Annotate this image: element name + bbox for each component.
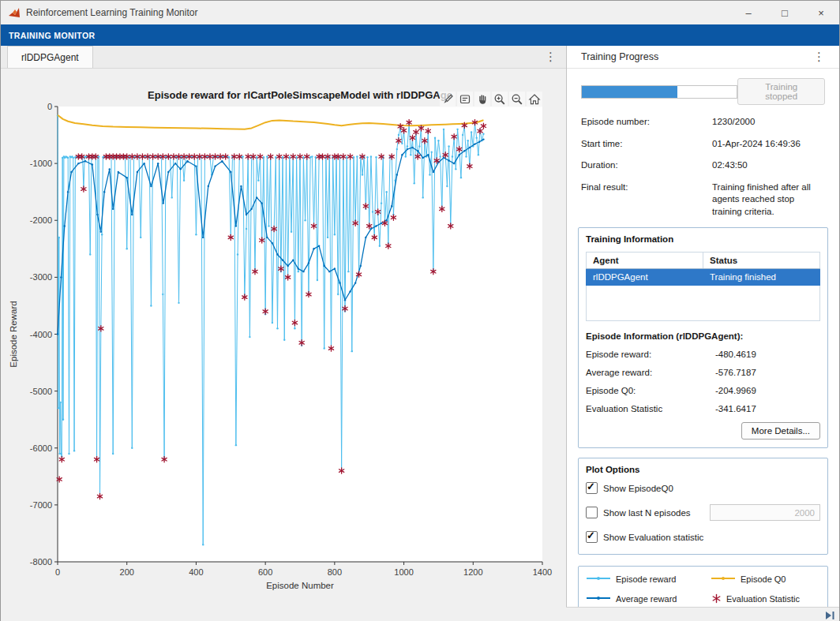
show-evaluation-statistic-checkbox[interactable]	[586, 531, 598, 543]
training-progress-body: Training stopped Episode number: 1230/20…	[567, 69, 839, 607]
final-result-label: Final result:	[581, 181, 712, 219]
average-reward-row: Average reward: -576.7187	[586, 368, 820, 377]
training-progress-fill	[582, 86, 677, 98]
progress-row: Training stopped	[578, 78, 828, 105]
svg-text:-7000: -7000	[30, 500, 52, 510]
chart-panel-menu-button[interactable]: ⋮	[535, 46, 566, 68]
svg-text:-2000: -2000	[30, 215, 52, 225]
training-progress-header: Training Progress ⋮	[567, 46, 839, 69]
final-result-value: Training finished after all agents reach…	[712, 181, 825, 219]
training-information-section: Training Information Agent Status rlDDPG…	[578, 227, 828, 448]
svg-text:Episode Number: Episode Number	[266, 581, 334, 590]
legend-item-evaluation-statistic: Evaluation Statistic (MeanEpisodeReward)	[711, 593, 819, 607]
show-last-n-episodes-checkbox[interactable]	[586, 507, 598, 518]
episode-information-title: Episode Information (rlDDPGAgent):	[586, 331, 820, 341]
evaluation-statistic-row: Evaluation Statistic -341.6417	[586, 404, 820, 413]
evaluation-statistic-value: -341.6417	[715, 404, 756, 413]
svg-text:Episode Reward: Episode Reward	[9, 301, 18, 367]
table-empty-area	[587, 286, 820, 321]
app-window: Reinforcement Learning Training Monitor …	[0, 0, 840, 621]
more-details-row: More Details...	[586, 422, 820, 440]
zoom-out-icon[interactable]	[509, 92, 525, 107]
last-n-episodes-input[interactable]	[710, 504, 820, 521]
window-title: Reinforcement Learning Training Monitor	[26, 7, 197, 18]
agent-cell: rlDDPGAgent	[587, 269, 703, 286]
episode-q0-row: Episode Q0: -204.9969	[586, 386, 820, 395]
titlebar: Reinforcement Learning Training Monitor …	[1, 1, 839, 24]
svg-text:600: 600	[258, 567, 272, 577]
brush-icon[interactable]	[440, 92, 456, 107]
duration-value: 02:43:50	[712, 159, 825, 172]
show-episodeq0-checkbox[interactable]	[586, 482, 598, 494]
svg-text:1200: 1200	[463, 567, 482, 577]
svg-text:200: 200	[120, 567, 134, 577]
training-progress-panel: Training Progress ⋮ Training stopped Epi…	[566, 46, 839, 607]
episode-reward-label: Episode reward:	[586, 350, 715, 359]
training-progress-bar	[581, 85, 737, 99]
start-time-label: Start time:	[581, 138, 712, 151]
document-tabbar: rlDDPGAgent ⋮	[1, 46, 566, 69]
start-time-row: Start time: 01-Apr-2024 16:49:36	[578, 138, 828, 151]
statusbar	[1, 607, 839, 621]
more-details-button[interactable]: More Details...	[741, 422, 820, 440]
expand-panel-button[interactable]	[824, 611, 835, 620]
svg-text:0: 0	[47, 102, 52, 111]
episode-q0-label: Episode Q0:	[586, 386, 715, 395]
episode-number-label: Episode number:	[581, 116, 712, 129]
training-stopped-button[interactable]: Training stopped	[737, 78, 825, 105]
svg-text:1000: 1000	[394, 567, 413, 577]
svg-text:-4000: -4000	[30, 330, 52, 339]
chart-host: 0-1000-2000-3000-4000-5000-6000-7000-800…	[1, 69, 566, 608]
chart-legend: Episode reward Episode Q0 Average reward	[578, 566, 828, 607]
episode-reward-row: Episode reward: -480.4619	[586, 350, 820, 359]
episode-reward-chart[interactable]: 0-1000-2000-3000-4000-5000-6000-7000-800…	[1, 69, 566, 608]
matlab-icon	[8, 6, 21, 19]
average-reward-marker-icon	[587, 597, 610, 599]
datatip-icon[interactable]	[457, 92, 473, 107]
svg-text:-5000: -5000	[30, 387, 52, 396]
toolstrip-tab-training-monitor[interactable]: TRAINING MONITOR	[1, 31, 103, 40]
table-row[interactable]: rlDDPGAgent Training finished	[587, 269, 820, 286]
legend-item-average-reward: Average reward	[587, 593, 711, 607]
episode-q0-marker-icon	[711, 578, 735, 579]
main-area: rlDDPGAgent ⋮ 0-1000-2000-3000-4000-5000…	[1, 46, 839, 607]
maximize-button[interactable]: □	[767, 1, 803, 24]
episode-q0-value: -204.9969	[715, 386, 756, 395]
status-cell: Training finished	[703, 269, 820, 286]
agent-status-table: Agent Status rlDDPGAgent Training finish…	[586, 252, 820, 321]
pan-icon[interactable]	[474, 92, 490, 107]
show-last-n-episodes-option: Show last N episodes	[586, 504, 820, 521]
window-controls: – □ ×	[730, 1, 839, 24]
legend-item-episode-reward: Episode reward	[587, 574, 711, 585]
close-button[interactable]: ×	[803, 1, 839, 24]
svg-text:0: 0	[55, 567, 60, 577]
duration-row: Duration: 02:43:50	[578, 159, 828, 172]
tab-rlddpgagent[interactable]: rlDDPGAgent	[7, 46, 93, 68]
toolstrip: TRAINING MONITOR	[1, 24, 839, 46]
svg-text:-6000: -6000	[30, 443, 52, 453]
svg-text:-8000: -8000	[30, 557, 52, 567]
final-result-row: Final result: Training finished after al…	[578, 181, 828, 219]
show-evaluation-statistic-option: Show Evaluation statistic	[586, 531, 820, 543]
episode-number-row: Episode number: 1230/2000	[578, 116, 828, 129]
svg-text:800: 800	[328, 567, 342, 577]
start-time-value: 01-Apr-2024 16:49:36	[712, 138, 825, 151]
svg-text:1400: 1400	[533, 567, 552, 577]
axes-toolbar	[440, 92, 542, 107]
training-information-title: Training Information	[586, 234, 820, 244]
evaluation-asterisk-icon	[711, 593, 722, 604]
chart-panel: rlDDPGAgent ⋮ 0-1000-2000-3000-4000-5000…	[1, 46, 566, 607]
home-icon[interactable]	[527, 92, 542, 107]
minimize-button[interactable]: –	[730, 1, 767, 24]
status-column-header: Status	[703, 253, 820, 269]
agent-column-header: Agent	[587, 253, 703, 269]
episode-number-value: 1230/2000	[712, 116, 825, 129]
average-reward-value: -576.7187	[715, 368, 756, 377]
duration-label: Duration:	[581, 159, 712, 172]
panel-title: Training Progress	[581, 51, 658, 62]
zoom-in-icon[interactable]	[492, 92, 508, 107]
show-last-n-episodes-label: Show last N episodes	[603, 508, 691, 518]
average-reward-label: Average reward:	[586, 368, 715, 377]
training-progress-menu-button[interactable]: ⋮	[804, 50, 834, 64]
show-evaluation-statistic-label: Show Evaluation statistic	[603, 533, 703, 542]
